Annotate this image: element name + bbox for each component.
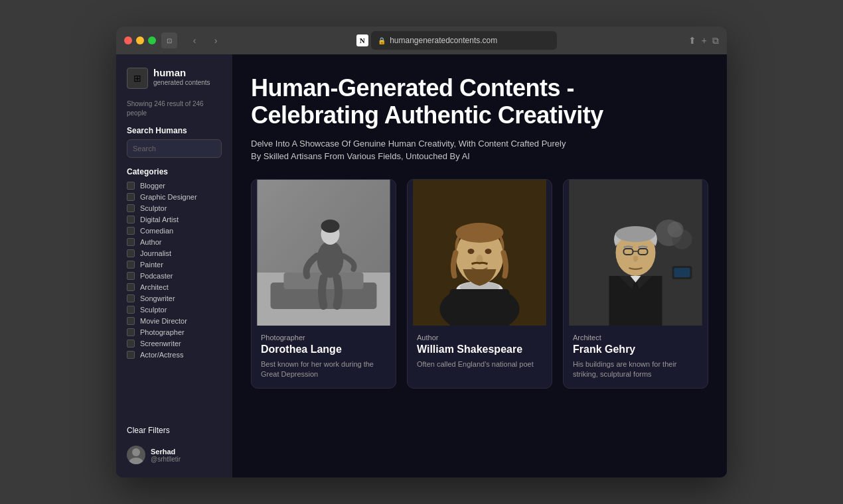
user-handle: @srhtlletir	[151, 456, 181, 463]
forward-button[interactable]: ›	[206, 31, 225, 50]
address-bar[interactable]: 🔒 humangeneratedcontents.com	[371, 31, 557, 50]
category-checkbox[interactable]	[127, 328, 135, 336]
card-image	[564, 180, 708, 326]
category-item[interactable]: Podcaster	[127, 272, 222, 280]
sidebar-toggle-icon[interactable]: ⊡	[161, 32, 177, 48]
minimize-button[interactable]	[136, 36, 144, 44]
share-icon[interactable]: ⬆	[688, 35, 696, 46]
category-name: Movie Director	[140, 317, 187, 325]
category-name: Comedian	[140, 227, 173, 235]
category-name: Photographer	[140, 328, 185, 336]
category-item[interactable]: Sculptor	[127, 204, 222, 212]
card-description: His buildings are known for their striki…	[573, 359, 698, 380]
url-text: humangeneratedcontents.com	[390, 36, 497, 45]
person-card[interactable]: Author William Shakespeare Often called …	[407, 179, 552, 389]
card-role: Architect	[573, 334, 698, 342]
svg-point-7	[317, 241, 344, 278]
maximize-button[interactable]	[148, 36, 156, 44]
search-label: Search Humans	[127, 126, 222, 135]
svg-point-0	[132, 448, 140, 456]
category-checkbox[interactable]	[127, 193, 135, 201]
new-tab-icon[interactable]: +	[702, 35, 707, 46]
category-checkbox[interactable]	[127, 261, 135, 269]
category-checkbox[interactable]	[127, 216, 135, 223]
category-item[interactable]: Blogger	[127, 182, 222, 190]
hero-title: Human-Generated Contents - Celebrating A…	[251, 74, 708, 129]
logo-name: human	[153, 68, 210, 79]
category-checkbox[interactable]	[127, 294, 135, 302]
browser-nav: ‹ ›	[185, 31, 225, 50]
card-body: Author William Shakespeare Often called …	[408, 326, 552, 377]
category-checkbox[interactable]	[127, 182, 135, 190]
address-bar-container: N 🔒 humangeneratedcontents.com	[230, 31, 683, 50]
card-description: Best known for her work during the Great…	[261, 359, 386, 380]
category-checkbox[interactable]	[127, 238, 135, 246]
category-checkbox[interactable]	[127, 283, 135, 291]
person-card[interactable]: Photographer Dorothea Lange Best known f…	[251, 179, 396, 389]
categories-label: Categories	[127, 167, 222, 176]
svg-rect-16	[450, 289, 510, 326]
category-item[interactable]: Songwriter	[127, 294, 222, 302]
category-checkbox[interactable]	[127, 317, 135, 325]
logo-area: ⊞ human generated contents	[127, 68, 222, 89]
category-checkbox[interactable]	[127, 351, 135, 359]
search-input-wrap[interactable]	[127, 139, 222, 158]
svg-rect-28	[674, 268, 690, 277]
search-input[interactable]	[133, 145, 216, 153]
category-item[interactable]: Painter	[127, 261, 222, 269]
category-name: Graphic Designer	[140, 193, 197, 201]
close-button[interactable]	[124, 36, 132, 44]
category-name: Painter	[140, 261, 163, 269]
card-name: William Shakespeare	[417, 344, 542, 355]
category-item[interactable]: Photographer	[127, 328, 222, 336]
svg-point-1	[129, 458, 143, 464]
svg-point-26	[668, 221, 684, 237]
browser-actions: ⬆ + ⧉	[688, 35, 719, 46]
back-button[interactable]: ‹	[185, 31, 204, 50]
card-image	[252, 180, 396, 326]
category-checkbox[interactable]	[127, 306, 135, 314]
category-checkbox[interactable]	[127, 340, 135, 347]
category-list: Blogger Graphic Designer Sculptor Digita…	[127, 182, 222, 418]
category-name: Actor/Actress	[140, 351, 183, 359]
svg-point-21	[456, 223, 504, 243]
card-role: Photographer	[261, 334, 386, 342]
tabs-icon[interactable]: ⧉	[712, 35, 719, 46]
card-description: Often called England's national poet	[417, 359, 542, 369]
category-checkbox[interactable]	[127, 227, 135, 235]
svg-point-9	[321, 220, 340, 233]
logo-icon: ⊞	[127, 68, 148, 89]
cards-grid: Photographer Dorothea Lange Best known f…	[251, 179, 708, 389]
card-body: Architect Frank Gehry His buildings are …	[564, 326, 708, 388]
category-item[interactable]: Journalist	[127, 249, 222, 257]
category-item[interactable]: Author	[127, 238, 222, 246]
card-body: Photographer Dorothea Lange Best known f…	[252, 326, 396, 388]
category-item[interactable]: Graphic Designer	[127, 193, 222, 201]
card-image	[408, 180, 552, 326]
svg-point-18	[468, 249, 475, 254]
category-item[interactable]: Comedian	[127, 227, 222, 235]
logo-text: human generated contents	[153, 68, 210, 87]
person-card[interactable]: Architect Frank Gehry His buildings are …	[563, 179, 708, 389]
category-item[interactable]: Digital Artist	[127, 216, 222, 223]
sidebar: ⊞ human generated contents Showing 246 r…	[116, 54, 232, 477]
card-name: Frank Gehry	[573, 344, 698, 355]
category-name: Architect	[140, 283, 169, 291]
category-checkbox[interactable]	[127, 204, 135, 212]
clear-filters-button[interactable]: Clear Filters	[127, 426, 222, 435]
category-checkbox[interactable]	[127, 249, 135, 257]
category-name: Podcaster	[140, 272, 173, 280]
category-item[interactable]: Actor/Actress	[127, 351, 222, 359]
notion-icon: N	[356, 34, 368, 46]
user-name: Serhad	[151, 448, 181, 456]
category-item[interactable]: Screenwriter	[127, 340, 222, 347]
category-item[interactable]: Architect	[127, 283, 222, 291]
card-name: Dorothea Lange	[261, 344, 386, 355]
main-content: Human-Generated Contents - Celebrating A…	[232, 54, 727, 477]
user-area: Serhad @srhtlletir	[127, 446, 222, 464]
result-count: Showing 246 result of 246 people	[127, 99, 222, 118]
category-item[interactable]: Movie Director	[127, 317, 222, 325]
traffic-lights	[124, 36, 156, 44]
category-item[interactable]: Sculptor	[127, 306, 222, 314]
category-checkbox[interactable]	[127, 272, 135, 280]
